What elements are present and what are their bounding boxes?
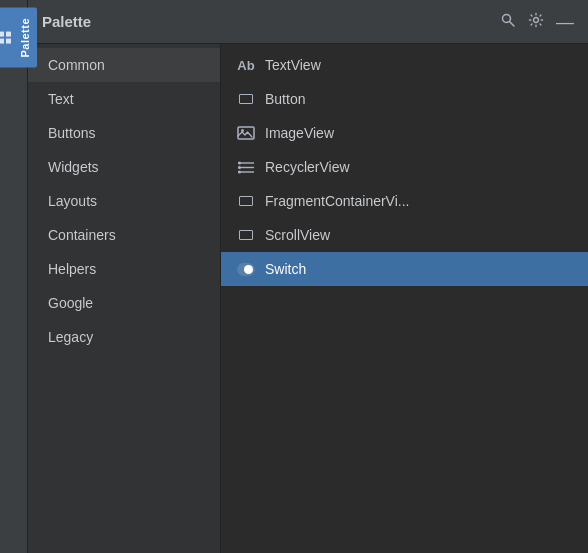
svg-rect-1 (6, 32, 11, 37)
svg-rect-0 (0, 32, 4, 37)
svg-point-12 (238, 161, 241, 164)
header: Palette — (28, 0, 588, 44)
palette-item-imageview[interactable]: ImageView (221, 116, 588, 150)
palette-item-recyclerview[interactable]: RecyclerView (221, 150, 588, 184)
button-icon (237, 90, 255, 108)
scroll-icon (237, 226, 255, 244)
header-actions: — (500, 12, 574, 32)
svg-rect-3 (6, 39, 11, 44)
imageview-label: ImageView (265, 125, 334, 141)
ab-icon: Ab (237, 56, 255, 74)
sidebar-item-layouts[interactable]: Layouts (28, 184, 220, 218)
recyclerview-label: RecyclerView (265, 159, 350, 175)
vertical-tab: Palette (0, 0, 28, 553)
svg-point-14 (238, 170, 241, 173)
sidebar-item-widgets[interactable]: Widgets (28, 150, 220, 184)
app-container: Palette Palette (0, 0, 588, 553)
scrollview-label: ScrollView (265, 227, 330, 243)
content-area: Common Text Buttons Widgets Layouts Cont… (28, 44, 588, 553)
palette-item-scrollview[interactable]: ScrollView (221, 218, 588, 252)
textview-label: TextView (265, 57, 321, 73)
svg-point-8 (241, 129, 244, 132)
palette-item-button[interactable]: Button (221, 82, 588, 116)
sidebar-item-common[interactable]: Common (28, 48, 220, 82)
palette-tab[interactable]: Palette (0, 8, 37, 68)
palette-tab-label: Palette (19, 18, 31, 58)
search-icon[interactable] (500, 12, 516, 32)
button-label: Button (265, 91, 305, 107)
svg-rect-2 (0, 39, 4, 44)
switch-icon (237, 260, 255, 278)
svg-line-5 (510, 21, 515, 26)
sidebar-item-helpers[interactable]: Helpers (28, 252, 220, 286)
sidebar-item-text[interactable]: Text (28, 82, 220, 116)
svg-point-6 (534, 17, 539, 22)
palette-tab-icon (0, 30, 13, 46)
sidebar: Common Text Buttons Widgets Layouts Cont… (28, 44, 221, 553)
right-panel: Ab TextView Button (221, 44, 588, 553)
sidebar-item-containers[interactable]: Containers (28, 218, 220, 252)
image-icon (237, 124, 255, 142)
switch-label: Switch (265, 261, 306, 277)
palette-item-fragmentcontainerview[interactable]: FragmentContainerVi... (221, 184, 588, 218)
fragment-icon (237, 192, 255, 210)
settings-icon[interactable] (528, 12, 544, 32)
sidebar-item-buttons[interactable]: Buttons (28, 116, 220, 150)
sidebar-item-google[interactable]: Google (28, 286, 220, 320)
palette-item-switch[interactable]: Switch (221, 252, 588, 286)
main-panel: Palette — (28, 0, 588, 553)
svg-point-13 (238, 166, 241, 169)
minimize-icon[interactable]: — (556, 13, 574, 31)
list-icon (237, 158, 255, 176)
palette-title: Palette (42, 13, 91, 30)
sidebar-item-legacy[interactable]: Legacy (28, 320, 220, 354)
palette-item-textview[interactable]: Ab TextView (221, 48, 588, 82)
fragmentcontainerview-label: FragmentContainerVi... (265, 193, 409, 209)
